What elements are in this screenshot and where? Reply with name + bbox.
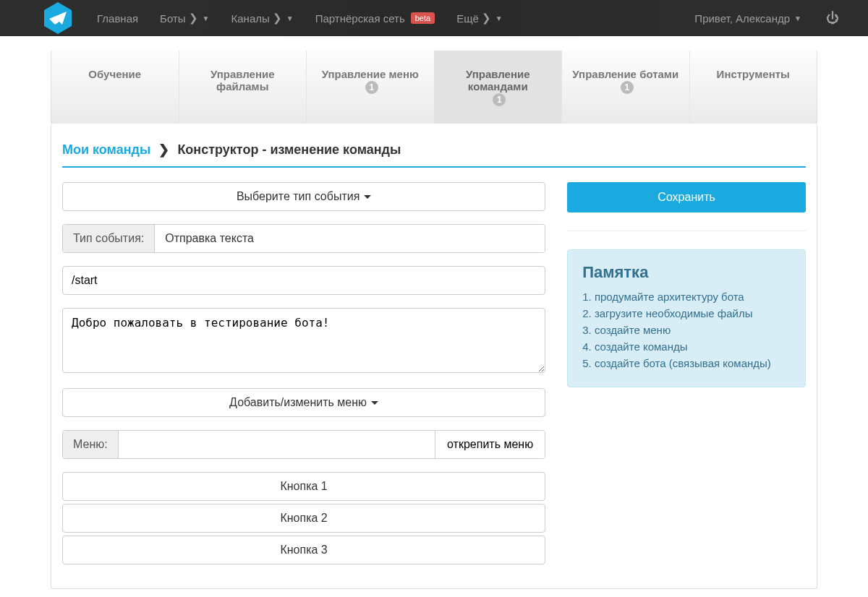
form-column: Выберите тип события Тип события: Отправ…: [62, 182, 545, 577]
tab-menu[interactable]: Управление меню1: [307, 51, 435, 124]
menu-button-3[interactable]: Кнопка 3: [62, 536, 545, 564]
tab-label: Обучение: [88, 68, 141, 80]
breadcrumb: Мои команды ❯ Конструктор - изменение ко…: [62, 134, 806, 168]
nav-right: Привет, Александр ▼ ⏻: [684, 1, 846, 35]
command-input[interactable]: [62, 266, 545, 295]
memo-item[interactable]: загрузите необходимые файлы: [582, 307, 791, 319]
user-menu[interactable]: Привет, Александр ▼: [684, 1, 812, 35]
event-type-group: Тип события: Отправка текста: [62, 224, 545, 253]
tab-label: Управление командами: [466, 68, 530, 93]
memo-box: Памятка продумайте архитектуру бота загр…: [567, 249, 806, 387]
menu-input[interactable]: [119, 431, 435, 458]
chevron-right-icon: ❯: [158, 142, 169, 157]
power-icon[interactable]: ⏻: [819, 11, 846, 26]
count-badge: 1: [621, 81, 634, 94]
caret-down-icon: ▼: [286, 14, 294, 22]
response-textarea[interactable]: [62, 308, 545, 373]
logo[interactable]: [43, 1, 72, 35]
nav-item-label: Ещё: [456, 12, 479, 25]
caret-down-icon: ▼: [203, 14, 210, 22]
count-badge: 1: [493, 93, 506, 106]
user-greeting: Привет, Александр: [694, 12, 790, 25]
caret-down-icon: ▼: [794, 14, 801, 22]
sidebar-column: Сохранить Памятка продумайте архитектуру…: [567, 182, 806, 577]
tab-tools[interactable]: Инструменты: [690, 51, 817, 124]
nav-item-label: Партнёрская сеть: [315, 12, 405, 25]
event-type-label: Тип события:: [63, 225, 155, 252]
tab-label: Инструменты: [717, 68, 790, 80]
nav-item-channels[interactable]: Каналы ❯▼: [221, 1, 304, 35]
unpin-menu-button[interactable]: открепить меню: [435, 431, 545, 458]
main-panel: Мои команды ❯ Конструктор - изменение ко…: [51, 124, 817, 589]
menu-buttons-list: Кнопка 1 Кнопка 2 Кнопка 3: [62, 472, 545, 564]
chevron-right-icon: ❯: [189, 12, 198, 25]
tab-label: Управление меню: [322, 68, 419, 80]
chevron-right-icon: ❯: [273, 12, 282, 25]
nav-item-label: Каналы: [231, 12, 270, 25]
menu-button-1[interactable]: Кнопка 1: [62, 472, 545, 501]
menu-group: Меню: открепить меню: [62, 430, 545, 459]
nav-item-label: Боты: [160, 12, 186, 25]
tab-commands[interactable]: Управление командами1: [435, 51, 563, 124]
chevron-right-icon: ❯: [482, 12, 491, 25]
nav-item-partner[interactable]: Партнёрская сеть beta: [305, 1, 445, 35]
tab-label: Управление ботами: [572, 68, 678, 80]
beta-badge: beta: [411, 12, 435, 24]
nav-item-home[interactable]: Главная: [87, 1, 148, 35]
tab-files[interactable]: Управление файламы: [179, 51, 307, 124]
count-badge: 1: [365, 81, 378, 94]
memo-title: Памятка: [582, 263, 791, 282]
nav-left: Главная Боты ❯▼ Каналы ❯▼ Партнёрская се…: [87, 1, 513, 35]
breadcrumb-link[interactable]: Мои команды: [62, 142, 150, 157]
tab-bar: Обучение Управление файламы Управление м…: [51, 51, 817, 124]
menu-button-2[interactable]: Кнопка 2: [62, 504, 545, 533]
tab-education[interactable]: Обучение: [51, 51, 179, 124]
menu-dropdown[interactable]: Добавить/изменить меню: [62, 388, 545, 417]
event-type-value: Отправка текста: [155, 225, 545, 252]
memo-item[interactable]: создайте бота (связывая команды): [582, 357, 791, 369]
tab-label: Управление файламы: [210, 68, 275, 93]
tab-bots[interactable]: Управление ботами1: [562, 51, 690, 124]
breadcrumb-current: Конструктор - изменение команды: [177, 142, 401, 157]
menu-label: Меню:: [63, 431, 119, 458]
memo-item[interactable]: продумайте архитектуру бота: [582, 291, 791, 303]
memo-item[interactable]: создайте меню: [582, 324, 791, 336]
memo-item[interactable]: создайте команды: [582, 340, 791, 353]
event-type-dropdown[interactable]: Выберите тип события: [62, 182, 545, 211]
top-navbar: Главная Боты ❯▼ Каналы ❯▼ Партнёрская се…: [0, 0, 868, 36]
caret-down-icon: ▼: [495, 14, 503, 22]
nav-item-bots[interactable]: Боты ❯▼: [150, 1, 219, 35]
nav-item-more[interactable]: Ещё ❯▼: [446, 1, 513, 35]
divider: [567, 231, 806, 231]
save-button[interactable]: Сохранить: [567, 182, 806, 212]
